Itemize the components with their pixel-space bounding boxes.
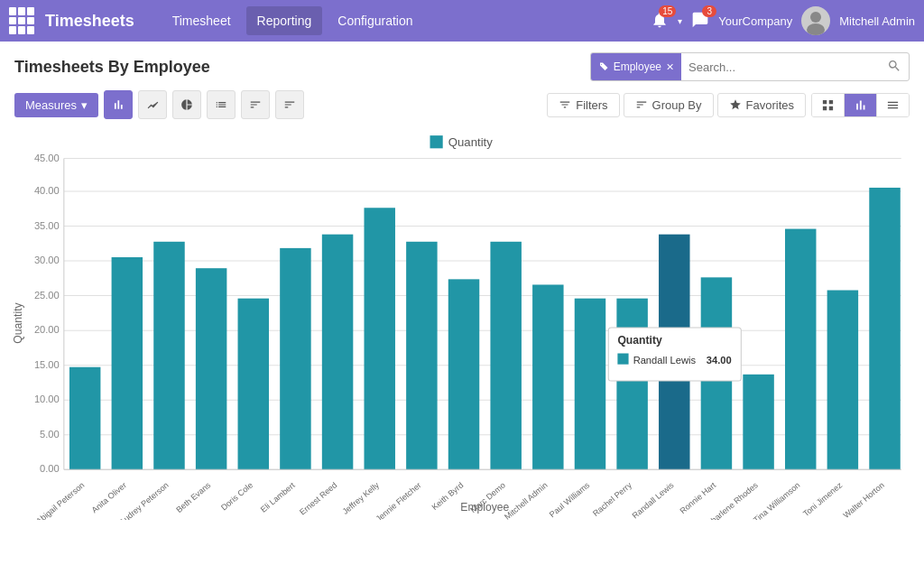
bar-ernest-reed[interactable] <box>322 235 353 470</box>
bar-keith-byrd[interactable] <box>448 279 479 469</box>
xlabel-0: Abigail Peterson <box>34 480 86 520</box>
search-input[interactable] <box>681 53 880 80</box>
nav-links: Timesheet Reporting Configuration <box>162 6 424 35</box>
svg-point-1 <box>807 23 825 35</box>
company-name[interactable]: YourCompany <box>718 14 792 28</box>
xlabel-14: Randall Lewis <box>631 480 676 520</box>
sort-desc-icon <box>283 97 296 112</box>
measures-arrow: ▾ <box>81 98 88 112</box>
sort-asc-button[interactable] <box>241 90 270 119</box>
search-icon[interactable] <box>880 59 909 76</box>
bar-doris-cole[interactable] <box>238 299 269 470</box>
grid-view-icon <box>821 98 835 112</box>
bar-jennie-fletcher[interactable] <box>406 242 437 470</box>
xlabel-6: Ernest Reed <box>298 480 338 516</box>
legend-color <box>430 135 443 148</box>
xlabel-19: Walter Horton <box>842 480 886 520</box>
filter-icon <box>559 98 571 111</box>
app-title: Timesheets <box>45 12 134 31</box>
xlabel-1: Anita Oliver <box>90 480 129 514</box>
legend-label: Quantity <box>448 135 493 149</box>
favorites-button[interactable]: Favorites <box>717 93 806 117</box>
page-header: Timesheets By Employee Employee ✕ <box>0 42 924 87</box>
list-view-icon <box>886 98 900 112</box>
measures-button[interactable]: Measures ▾ <box>14 93 98 117</box>
top-navigation: Timesheets Timesheet Reporting Configura… <box>0 0 924 42</box>
bar-view-icon <box>854 98 867 112</box>
y-tick-40: 40.00 <box>34 185 60 196</box>
xlabel-5: Eli Lambert <box>259 480 297 514</box>
list-view-button[interactable] <box>877 94 909 116</box>
bar-chart-svg: Quantity Quantity Employee 0.00 5.00 10.… <box>9 126 915 520</box>
app-grid-icon[interactable] <box>9 7 36 34</box>
nav-timesheet[interactable]: Timesheet <box>162 6 242 35</box>
xlabel-13: Rachel Perry <box>591 480 633 518</box>
xlabel-7: Jeffrey Kelly <box>341 480 382 516</box>
filters-label: Filters <box>576 98 607 112</box>
y-tick-10: 10.00 <box>34 394 60 404</box>
bar-audrey-peterson[interactable] <box>153 242 184 470</box>
filter-tag-label: Employee <box>614 60 661 73</box>
bar-view-button[interactable] <box>845 94 877 116</box>
pie-chart-button[interactable] <box>172 90 201 119</box>
y-axis-label: Quantity <box>12 301 24 343</box>
bar-anita-oliver[interactable] <box>112 257 143 469</box>
controls-bar: Measures ▾ <box>0 87 924 126</box>
measures-label: Measures <box>25 98 77 112</box>
filter-tag-close[interactable]: ✕ <box>666 61 674 73</box>
star-icon <box>729 98 742 111</box>
user-name[interactable]: Mitchell Admin <box>839 14 915 28</box>
bell-notification[interactable]: 15 <box>651 11 669 32</box>
grid-view-button[interactable] <box>812 94 845 116</box>
xlabel-17: Tina Williamson <box>752 480 801 520</box>
tooltip-employee: Randall Lewis <box>633 355 697 366</box>
bar-chart-button[interactable] <box>104 90 133 119</box>
bar-tina-williamson[interactable] <box>785 229 816 470</box>
group-by-label: Group By <box>652 98 702 112</box>
chart-area: Quantity Quantity Employee 0.00 5.00 10.… <box>0 126 924 532</box>
y-tick-35: 35.00 <box>34 220 60 231</box>
bar-toni-jimenez[interactable] <box>827 291 858 470</box>
bar-eli-lambert[interactable] <box>280 248 310 469</box>
bar-jeffrey-kelly[interactable] <box>364 208 394 469</box>
sort-asc-icon <box>249 97 262 112</box>
bar-beth-evans[interactable] <box>196 268 226 469</box>
bar-walter-horton[interactable] <box>869 188 900 469</box>
xlabel-11: Mitchell Admin <box>503 480 549 520</box>
bar-paul-williams[interactable] <box>575 299 605 470</box>
filters-button[interactable]: Filters <box>547 93 619 117</box>
y-tick-5: 5.00 <box>40 429 60 440</box>
bell-badge: 15 <box>659 5 676 17</box>
line-chart-button[interactable] <box>138 90 167 119</box>
user-avatar[interactable] <box>801 6 830 35</box>
nav-reporting[interactable]: Reporting <box>246 6 323 35</box>
employee-filter-tag[interactable]: Employee ✕ <box>591 53 681 80</box>
top-right-icons: 15 ▾ 3 YourCompany Mitchell Admin <box>651 6 915 35</box>
bar-abigail-peterson[interactable] <box>69 367 100 470</box>
message-notification[interactable]: 3 <box>691 11 709 32</box>
xlabel-3: Beth Evans <box>174 480 212 514</box>
stacked-chart-button[interactable] <box>207 90 236 119</box>
message-badge: 3 <box>702 5 716 17</box>
y-tick-20: 20.00 <box>34 324 60 335</box>
sort-desc-button[interactable] <box>275 90 304 119</box>
y-tick-25: 25.00 <box>34 290 60 301</box>
favorites-label: Favorites <box>746 98 794 112</box>
y-tick-15: 15.00 <box>34 359 60 370</box>
line-chart-icon <box>146 97 159 112</box>
group-by-button[interactable]: Group By <box>624 93 714 117</box>
view-buttons <box>811 93 910 117</box>
bell-dropdown-icon[interactable]: ▾ <box>678 16 682 26</box>
y-tick-0: 0.00 <box>40 463 60 474</box>
xlabel-18: Toni Jimenez <box>801 480 844 518</box>
bar-sharlene-rhodes[interactable] <box>743 375 773 469</box>
tooltip-value: 34.00 <box>707 355 732 366</box>
tooltip-color <box>617 354 628 365</box>
bar-rachel-perry[interactable] <box>616 299 647 470</box>
bar-mitchell-admin[interactable] <box>532 284 563 469</box>
xlabel-12: Paul Williams <box>548 480 592 519</box>
svg-point-0 <box>810 12 821 23</box>
bar-marc-demo[interactable] <box>490 242 521 470</box>
nav-configuration[interactable]: Configuration <box>327 6 423 35</box>
stacked-icon <box>215 97 227 112</box>
